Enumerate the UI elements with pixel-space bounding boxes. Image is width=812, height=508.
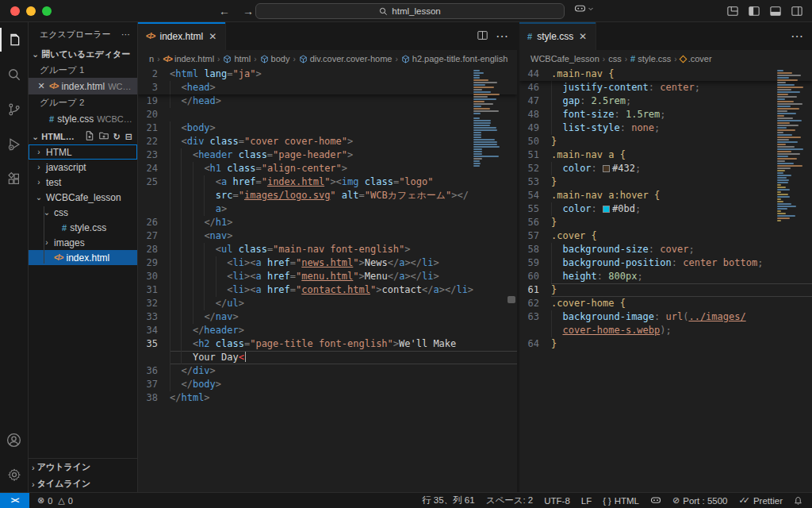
breadcrumb--cover[interactable]: .cover	[680, 54, 712, 64]
tree-item-HTML[interactable]: ›HTML	[29, 144, 137, 160]
code-line-50[interactable]: 50}	[519, 135, 812, 148]
status-notifications[interactable]	[794, 496, 802, 506]
run-debug-icon[interactable]	[0, 127, 29, 162]
code-line-wrap[interactable]: a>	[138, 202, 517, 216]
breadcrumb-div-cover-cover-home[interactable]: div.cover.cover-home	[299, 54, 393, 64]
close-tab-icon[interactable]: ✕	[208, 31, 217, 42]
timeline-section-header[interactable]: › タイムライン	[29, 475, 137, 492]
split-editor-icon[interactable]	[477, 29, 488, 44]
new-file-icon[interactable]	[85, 131, 94, 142]
explorer-more-actions-icon[interactable]: ⋯	[121, 29, 131, 40]
more-actions-icon[interactable]: ⋯	[791, 29, 804, 44]
code-line-51[interactable]: 51.main-nav a {	[519, 148, 812, 162]
tree-item-css[interactable]: ⌄css	[29, 205, 137, 220]
breadcrumb-index-html[interactable]: </>index.html	[163, 54, 214, 64]
more-actions-icon[interactable]: ⋯	[496, 29, 509, 44]
code-line-61[interactable]: 61}	[519, 283, 812, 297]
code-line-23[interactable]: 23<header class="page-header">	[138, 148, 517, 162]
breadcrumb-style-css[interactable]: #style.css	[630, 54, 671, 64]
code-line-26[interactable]: 26</h1>	[138, 216, 517, 229]
code-line-47[interactable]: 47gap: 2.5rem;	[519, 94, 812, 108]
outline-section-header[interactable]: › アウトライン	[29, 459, 137, 475]
code-line-38[interactable]: 38</html>	[138, 391, 517, 405]
open-editor-item-style-css[interactable]: #style.cssWCBC…	[29, 110, 137, 127]
settings-gear-icon[interactable]	[0, 457, 29, 492]
code-line-20[interactable]: 20	[138, 108, 517, 121]
problems-indicator[interactable]: ⊗ 0 △ 0	[37, 495, 73, 506]
code-line-64[interactable]: 64}	[519, 337, 812, 351]
breadcrumb-body[interactable]: body	[260, 54, 290, 64]
code-line-54[interactable]: 54.main-nav a:hover {	[519, 189, 812, 202]
code-line-28[interactable]: 28<ul class="main-nav font-english">	[138, 243, 517, 256]
status-indentation[interactable]: スペース: 2	[486, 495, 534, 506]
code-line-53[interactable]: 53}	[519, 175, 812, 189]
code-line-21[interactable]: 21<body>	[138, 121, 517, 135]
code-line-37[interactable]: 37</body>	[138, 378, 517, 391]
code-line-25[interactable]: 25<a href="index.html"><img class="logo"	[138, 175, 517, 189]
code-line-44[interactable]: 44.main-nav {	[519, 67, 812, 81]
status-live-server-port[interactable]: ⊘Port : 5500	[672, 495, 727, 506]
open-editor-item-index-html[interactable]: ✕</>index.htmlWC…	[29, 78, 137, 94]
code-line-60[interactable]: 60height: 800px;	[519, 270, 812, 283]
breadcrumb-WCBCafe_lesson[interactable]: WCBCafe_lesson	[530, 54, 599, 64]
search-icon[interactable]	[0, 57, 29, 92]
code-line-30[interactable]: 30<li><a href="menu.html">Menu</a></li>	[138, 270, 517, 283]
new-folder-icon[interactable]	[99, 131, 109, 142]
maximize-window-button[interactable]	[42, 6, 52, 16]
code-line-29[interactable]: 29<li><a href="news.html">News</a></li>	[138, 256, 517, 270]
code-line-36[interactable]: 36</div>	[138, 364, 517, 378]
command-center-search[interactable]: html_lesson	[255, 3, 565, 19]
tree-item-style-css[interactable]: #style.css	[29, 220, 137, 235]
code-line-46[interactable]: 46justify-content: center;	[519, 81, 812, 94]
status-copilot[interactable]	[650, 496, 661, 505]
toggle-secondary-sidebar-icon[interactable]	[791, 6, 802, 17]
navigate-back-icon[interactable]: ←	[219, 5, 230, 17]
status-language-mode[interactable]: { }HTML	[603, 496, 639, 506]
code-line-59[interactable]: 59background-position: center bottom;	[519, 256, 812, 270]
explorer-icon[interactable]	[0, 22, 29, 57]
code-line-31[interactable]: 31<li><a href="contact.html">contact</a>…	[138, 283, 517, 297]
breadcrumb-css[interactable]: css	[608, 54, 622, 64]
code-line-wrap[interactable]: Your Day<	[138, 351, 517, 364]
code-editor-index-html[interactable]: 19</head>2021<body>22<div class="cover c…	[138, 67, 517, 492]
code-editor-style-css[interactable]: 46justify-content: center;47gap: 2.5rem;…	[519, 67, 812, 492]
code-line-3[interactable]: 3<head>	[138, 81, 517, 94]
status-eol[interactable]: LF	[581, 496, 592, 506]
code-line-55[interactable]: 55color: #0bd;	[519, 202, 812, 216]
minimap[interactable]	[777, 70, 810, 222]
close-tab-icon[interactable]: ✕	[578, 31, 588, 42]
code-line-wrap[interactable]: src="images/logo.svg" alt="WCBカフェホーム"></	[138, 189, 517, 202]
refresh-icon[interactable]: ↻	[113, 132, 121, 142]
code-line-33[interactable]: 33</nav>	[138, 310, 517, 324]
close-window-button[interactable]	[10, 6, 20, 16]
code-line-57[interactable]: 57.cover {	[519, 229, 812, 243]
copilot-menu[interactable]	[574, 4, 594, 13]
code-line-24[interactable]: 24<h1 class="align-center">	[138, 162, 517, 175]
source-control-icon[interactable]	[0, 92, 29, 127]
tree-item-WCBCafe_lesson[interactable]: ⌄WCBCafe_lesson	[29, 190, 137, 205]
code-line-2[interactable]: 2<html lang="ja">	[138, 67, 517, 81]
code-line-wrap[interactable]: cover-home-s.webp);	[519, 324, 812, 337]
code-line-19[interactable]: 19</head>	[138, 94, 517, 108]
chevron-down-icon[interactable]: ⌄	[35, 193, 43, 202]
minimap[interactable]	[473, 70, 507, 167]
tree-item-test[interactable]: ›test	[29, 175, 137, 190]
close-editor-icon[interactable]: ✕	[36, 81, 46, 91]
minimize-window-button[interactable]	[26, 6, 36, 16]
code-line-34[interactable]: 34</header>	[138, 324, 517, 337]
code-line-27[interactable]: 27<nav>	[138, 229, 517, 243]
breadcrumb-html[interactable]: html	[223, 54, 251, 64]
tab-index-html[interactable]: </> index.html ✕	[138, 22, 226, 50]
collapse-all-icon[interactable]: ⊟	[125, 132, 132, 142]
tree-item-javascript[interactable]: ›javascript	[29, 160, 137, 175]
code-line-52[interactable]: 52color: #432;	[519, 162, 812, 175]
status-prettier[interactable]: ✓✓Prettier	[738, 495, 783, 506]
workspace-section-header[interactable]: ⌄ HTML… ↻ ⊟	[29, 129, 137, 144]
chevron-right-icon[interactable]: ›	[35, 178, 43, 187]
breadcrumb-n[interactable]: n	[149, 54, 154, 64]
code-line-35[interactable]: 35<h2 class="page-title font-english">We…	[138, 337, 517, 351]
chevron-right-icon[interactable]: ›	[35, 163, 43, 171]
accounts-icon[interactable]	[0, 422, 29, 457]
chevron-right-icon[interactable]: ›	[35, 148, 43, 156]
status-encoding[interactable]: UTF-8	[544, 496, 570, 506]
